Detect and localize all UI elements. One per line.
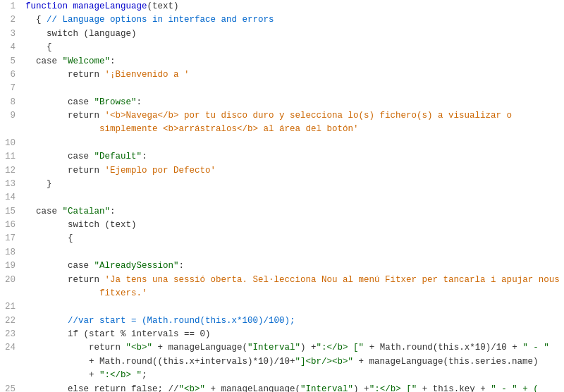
table-row: 3 switch (language) <box>0 27 564 41</box>
table-row: 20 return 'Ja tens una sessió oberta. Se… <box>0 274 564 287</box>
table-row: 11 case "Default": <box>0 150 564 164</box>
token: ; <box>142 370 147 380</box>
table-row: 10 <box>0 137 564 150</box>
table-row: 19 case "AlreadySession": <box>0 259 564 273</box>
line-number <box>0 369 23 382</box>
token: manageLanguage <box>73 1 147 11</box>
token: : <box>110 56 116 66</box>
line-content: return 'Ja tens una sessió oberta. Sel·l… <box>23 274 564 287</box>
line-content: case "Welcome": <box>23 55 564 68</box>
line-content: function manageLanguage(text) <box>23 0 564 13</box>
token: switch (text) <box>25 220 137 230</box>
table-row: 13 } <box>0 178 564 191</box>
table-row: 6 return '¡Bienvenido a ' <box>0 68 564 82</box>
line-content: case "Browse": <box>23 96 564 109</box>
line-content: simplemente <b>arrástralos</b> al área d… <box>23 123 564 136</box>
token: fitxers.' <box>25 288 147 298</box>
token: : <box>137 97 142 107</box>
token: else return false; // <box>25 384 179 393</box>
line-content: case "Catalan": <box>23 205 564 219</box>
line-number <box>0 355 23 369</box>
token: + manageLanguage( <box>152 343 247 353</box>
table-row: 1function manageLanguage(text) <box>0 0 564 13</box>
token: ":</b> [" <box>317 343 364 353</box>
token: { <box>25 42 52 52</box>
token: + <box>25 370 99 380</box>
token: return <box>25 343 126 353</box>
token: case <box>25 152 94 161</box>
token: case <box>25 261 94 271</box>
table-row: 18 <box>0 246 564 259</box>
token: ) + <box>353 384 369 393</box>
token: return <box>25 275 105 285</box>
line-content: fitxers.' <box>23 287 564 300</box>
token: "<b>" <box>126 343 153 353</box>
table-row: 14 <box>0 191 564 204</box>
line-number: 20 <box>0 274 23 287</box>
line-content: case "Default": <box>23 150 564 164</box>
token: 'Ejemplo por Defecto' <box>105 166 216 176</box>
table-row: simplemente <b>arrástralos</b> al área d… <box>0 123 564 136</box>
token: //var start = (Math.round(this.x*100)/10… <box>25 316 295 326</box>
table-row: 21 <box>0 300 564 314</box>
line-content: switch (text) <box>23 219 564 232</box>
token: { <box>25 233 73 243</box>
token: (text) <box>147 1 179 11</box>
table-row: + Math.round((this.x+intervals)*10)/10+"… <box>0 355 564 369</box>
line-content: if (start % intervals == 0) <box>23 328 564 341</box>
line-content: switch (language) <box>23 27 564 41</box>
line-number: 2 <box>0 13 23 27</box>
line-number: 16 <box>0 219 23 232</box>
token: + manageLanguage(this.series.name) <box>353 357 539 367</box>
token: function <box>25 1 73 11</box>
token: case <box>25 97 94 107</box>
line-number: 13 <box>0 178 23 191</box>
token: "Browse" <box>94 97 137 107</box>
token: + manageLanguage( <box>205 384 300 393</box>
line-number: 6 <box>0 68 23 82</box>
token: switch (language) <box>25 29 137 39</box>
line-number: 4 <box>0 41 23 54</box>
table-row: + ":</b> "; <box>0 369 564 382</box>
line-content: return '¡Bienvenido a ' <box>23 68 564 82</box>
line-number: 1 <box>0 0 23 13</box>
line-content <box>23 191 564 204</box>
token: case <box>25 56 63 66</box>
token: : <box>142 152 147 161</box>
line-content: else return false; //"<b>" + manageLangu… <box>23 383 564 393</box>
line-number: 14 <box>0 191 23 204</box>
token: '<b>Navega</b> por tu disco duro y selec… <box>105 111 513 121</box>
token: "Welcome" <box>63 56 111 66</box>
token: "Catalan" <box>63 207 111 216</box>
token: ) + <box>300 343 317 353</box>
line-number: 15 <box>0 205 23 219</box>
table-row: 15 case "Catalan": <box>0 205 564 219</box>
line-content <box>23 82 564 95</box>
table-row: 25 else return false; //"<b>" + manageLa… <box>0 383 564 393</box>
token: + Math.round(this.x*10)/10 + <box>364 343 522 353</box>
line-number: 19 <box>0 259 23 273</box>
line-content <box>23 246 564 259</box>
line-content <box>23 137 564 150</box>
table-row: 2 { // Language options in interface and… <box>0 13 564 27</box>
line-number <box>0 123 23 136</box>
token: { <box>25 15 47 25</box>
line-content <box>23 300 564 314</box>
token: return <box>25 166 105 176</box>
line-content: return 'Ejemplo por Defecto' <box>23 164 564 178</box>
line-number: 22 <box>0 314 23 328</box>
token: "Interval" <box>300 384 353 393</box>
line-number: 8 <box>0 96 23 109</box>
line-content: case "AlreadySession": <box>23 259 564 273</box>
token: '¡Bienvenido a ' <box>105 70 190 80</box>
line-content: + Math.round((this.x+intervals)*10)/10+"… <box>23 355 564 369</box>
line-number: 7 <box>0 82 23 95</box>
line-number: 25 <box>0 383 23 393</box>
table-row: 23 if (start % intervals == 0) <box>0 328 564 341</box>
token: "Interval" <box>247 343 300 353</box>
line-content: + ":</b> "; <box>23 369 564 382</box>
line-content: //var start = (Math.round(this.x*100)/10… <box>23 314 564 328</box>
code-table: 1function manageLanguage(text)2 { // Lan… <box>0 0 564 392</box>
table-row: 9 return '<b>Navega</b> por tu disco dur… <box>0 109 564 123</box>
line-number <box>0 287 23 300</box>
